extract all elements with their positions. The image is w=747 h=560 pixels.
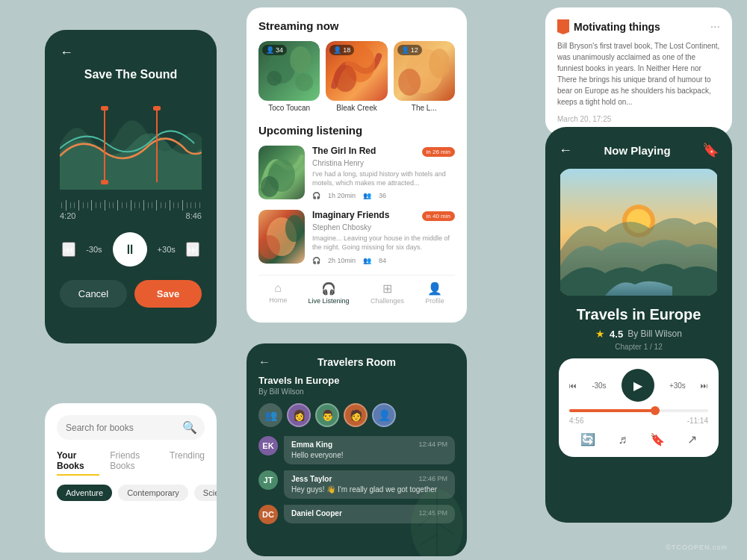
time-display: 4:20 8:46 [60,211,202,220]
np-rating: 4.5 [610,329,623,340]
stream-card-third[interactable]: 👤12 The L... [394,41,455,112]
watermark: ©TCOOPEN.com [666,544,728,551]
np-skip-end-button[interactable]: ⏭ [701,382,708,390]
upcoming-meta-1: 🎧 1h 20min 👥 36 [312,192,455,199]
np-progress-fill [569,409,660,412]
travelers-back-button[interactable]: ← [258,355,270,369]
np-time-display: 4:56 -11:14 [569,417,708,425]
upcoming-badge-1: in 26 min [422,147,455,157]
search-bar[interactable]: 🔍 [57,415,205,440]
cancel-button[interactable]: Cancel [60,280,127,308]
stream-card-toco[interactable]: 👤34 Toco Toucan [258,41,320,112]
np-bottom-controls: 🔄 ♬ 🔖 ↗ [569,432,708,447]
tab-your-books[interactable]: Your Books [57,450,99,476]
stream-card-bleak-badge: 👤18 [329,45,354,55]
genre-adventure[interactable]: Adventure [57,485,112,501]
travelers-book-title: Travels In Europe [258,375,455,386]
tab-friends-books[interactable]: Friends Books [110,450,159,476]
upcoming-badge-2: in 40 min [422,211,455,221]
travelers-header: ← Travelers Room [258,355,455,369]
nav-live-listening[interactable]: 🎧 Live Listening [309,281,350,305]
streaming-cards: 👤34 Toco Toucan 👤18 Bleak Creek [258,41,455,112]
action-buttons: Cancel Save [60,280,202,308]
np-play-button[interactable]: ▶ [622,369,654,402]
pause-button[interactable]: ⏸ [113,232,147,267]
np-share-button[interactable]: ↗ [687,432,697,447]
np-time-total: -11:14 [687,417,708,425]
np-chapter: Chapter 1 / 12 [559,343,719,351]
stream-card-third-name: The L... [394,104,455,112]
chat-name-1: Emma King [291,441,332,449]
panel-books: 🔍 Your Books Friends Books Trending Adve… [45,403,217,553]
genre-scifi[interactable]: Science Fiction [194,485,217,501]
nav-challenges[interactable]: ⊞ Challenges [371,281,404,305]
panel-travelers-room: ← Travelers Room Travels In Europe By Bi… [247,343,467,556]
stream-card-bleak[interactable]: 👤18 Bleak Creek [326,41,387,112]
np-loop-button[interactable]: 🔄 [580,432,595,447]
stream-card-toco-badge: 👤34 [262,45,287,55]
upcoming-title-1: The Girl In Red [312,146,376,156]
time-total: 8:46 [186,211,202,220]
np-title: Now Playing [604,144,670,157]
more-options-button[interactable]: ··· [710,20,720,34]
genre-contemporary[interactable]: Contemporary [118,485,188,501]
skip-back-button[interactable]: -30s [86,245,102,254]
tab-trending[interactable]: Trending [170,450,205,476]
profile-icon: 👤 [427,281,442,296]
skip-forward-button[interactable]: +30s [158,245,176,254]
genre-filters: Adventure Contemporary Science Fiction [57,485,205,501]
upcoming-item-2[interactable]: Imaginary Friends in 40 min Stephen Chbo… [258,210,455,264]
chat-bubble-3: Daniel Cooper 12:45 PM [284,505,455,523]
np-time-current: 4:56 [569,417,583,425]
upcoming-item-1[interactable]: The Girl In Red in 26 min Christina Henr… [258,146,455,199]
svg-point-12 [398,69,421,96]
chat-avatar-1: EK [258,436,278,455]
svg-point-7 [267,71,282,86]
svg-point-18 [285,215,303,242]
stream-card-third-badge: 👤12 [397,45,422,55]
np-bookmark-button[interactable]: 🔖 [650,432,665,447]
np-progress-handle[interactable] [651,406,660,415]
skip-to-start-button[interactable]: ⏮ [62,242,75,257]
np-bookmark-icon[interactable]: 🔖 [702,142,719,158]
motivating-header: Motivating things ··· [557,19,720,34]
now-playing-header: ← Now Playing 🔖 [559,142,719,158]
np-author: By Bill Wilson [627,329,682,339]
home-icon: ⌂ [274,281,282,295]
chat-message-2: JT Jess Taylor 12:46 PM Hey guys! 👋 I'm … [258,470,455,499]
nav-profile[interactable]: 👤 Profile [425,281,444,305]
np-skip-forward-button[interactable]: +30s [669,382,686,390]
np-player: ⏮ -30s ▶ +30s ⏭ 4:56 -11:14 🔄 ♬ 🔖 ↗ [559,358,719,457]
skip-to-end-button[interactable]: ⏭ [186,242,199,257]
np-playlist-button[interactable]: ♬ [618,433,627,447]
np-book-title: Travels in Europe [559,306,719,323]
chat-bubble-2: Jess Taylor 12:46 PM Hey guys! 👋 I'm rea… [284,470,455,499]
svg-point-6 [290,46,311,73]
challenges-icon: ⊞ [382,281,392,296]
np-back-button[interactable]: ← [559,143,572,158]
back-button[interactable]: ← [60,45,202,60]
svg-point-15 [261,176,279,197]
nav-bar: ⌂ Home 🎧 Live Listening ⊞ Challenges 👤 P… [258,275,455,311]
search-icon: 🔍 [182,420,197,435]
chat-message-1: EK Emma King 12:44 PM Hello everyone! [258,436,455,464]
upcoming-info-1: The Girl In Red in 26 min Christina Henr… [312,146,455,199]
stream-card-bleak-name: Bleak Creek [326,104,387,112]
np-skip-back-button[interactable]: -30s [592,382,606,390]
chat-time-2: 12:46 PM [418,475,447,483]
np-progress-bar[interactable] [569,409,708,412]
travelers-title: Travelers Room [270,356,443,368]
save-button[interactable]: Save [134,280,202,308]
chat-text-2: Hey guys! 👋 I'm really glad we got toget… [291,485,447,494]
np-skip-start-button[interactable]: ⏮ [569,382,577,390]
nav-home[interactable]: ⌂ Home [269,281,287,305]
motivating-text: Bill Bryson's first travel book, The Los… [557,40,720,108]
tick-marks [60,199,202,211]
np-playback-controls: ⏮ -30s ▶ +30s ⏭ [569,369,708,402]
chat-bubble-1: Emma King 12:44 PM Hello everyone! [284,436,455,464]
travelers-author: By Bill Wilson [258,388,455,396]
headphones-icon: 🎧 [321,281,336,296]
search-input[interactable] [66,423,178,433]
avatar-group-icon: 👥 [258,403,282,427]
upcoming-thumb-1 [258,146,305,199]
